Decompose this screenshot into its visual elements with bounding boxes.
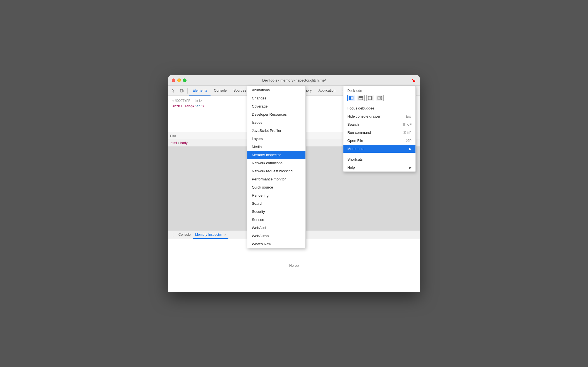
- menu-sensors[interactable]: Sensors: [247, 216, 305, 224]
- svg-rect-11: [378, 96, 382, 100]
- menu-issues[interactable]: Issues: [247, 118, 305, 127]
- close-button[interactable]: [172, 78, 175, 82]
- settings-more-tools[interactable]: More tools ▶: [343, 145, 415, 153]
- menu-network-conditions[interactable]: Network conditions: [247, 159, 305, 167]
- settings-run-command[interactable]: Run command ⌘⇧P: [343, 128, 415, 137]
- device-toggle-icon[interactable]: [178, 87, 186, 94]
- dock-side-options: [347, 95, 412, 101]
- help-chevron: ▶: [409, 166, 412, 170]
- svg-rect-6: [349, 96, 351, 100]
- more-tools-chevron: ▶: [409, 147, 412, 151]
- menu-network-request-blocking[interactable]: Network request blocking: [247, 167, 305, 175]
- menu-media[interactable]: Media: [247, 143, 305, 151]
- tab-sources[interactable]: Sources: [230, 86, 250, 96]
- tab-console-bottom[interactable]: Console: [176, 231, 193, 239]
- more-tools-menu: Animations Changes Coverage Developer Re…: [247, 86, 306, 248]
- menu-changes[interactable]: Changes: [247, 94, 305, 102]
- menu-security[interactable]: Security: [247, 208, 305, 216]
- svg-rect-8: [359, 96, 363, 98]
- menu-rendering[interactable]: Rendering: [247, 191, 305, 199]
- settings-shortcuts[interactable]: Shortcuts: [343, 155, 415, 163]
- dock-left-icon[interactable]: [347, 95, 355, 101]
- dock-side-section: Dock side: [343, 86, 415, 104]
- dock-top-icon[interactable]: [357, 95, 365, 101]
- tab-console[interactable]: Console: [211, 86, 230, 96]
- menu-quick-source[interactable]: Quick source: [247, 183, 305, 191]
- tab-application[interactable]: Application: [315, 86, 339, 96]
- devtools-window: DevTools - memory-inspector.glitch.me/ ↘…: [168, 75, 420, 292]
- settings-focus-debuggee[interactable]: Focus debuggee: [343, 104, 415, 112]
- menu-whats-new[interactable]: What's New: [247, 240, 305, 248]
- dock-right-icon[interactable]: [366, 95, 374, 101]
- window-title: DevTools - memory-inspector.glitch.me/: [262, 78, 326, 82]
- svg-rect-10: [371, 96, 372, 100]
- toolbar-divider: [187, 88, 188, 94]
- tab-memory-inspector-bottom[interactable]: Memory Inspector ×: [193, 231, 228, 239]
- undock-icon[interactable]: [376, 95, 384, 101]
- menu-webauthn[interactable]: WebAuthn: [247, 232, 305, 240]
- menu-webaudio[interactable]: WebAudio: [247, 224, 305, 232]
- menu-animations[interactable]: Animations: [247, 86, 305, 94]
- traffic-lights: [172, 78, 187, 82]
- code-html-tag: <html: [172, 104, 184, 108]
- settings-hide-console-drawer[interactable]: Hide console drawer Esc: [343, 112, 415, 120]
- menu-coverage[interactable]: Coverage: [247, 102, 305, 110]
- breadcrumb-body[interactable]: body: [180, 141, 188, 145]
- tab-elements[interactable]: Elements: [189, 86, 211, 96]
- settings-open-file[interactable]: Open File ⌘P: [343, 137, 415, 145]
- menu-memory-inspector[interactable]: Memory Inspector: [247, 151, 305, 159]
- titlebar: DevTools - memory-inspector.glitch.me/ ↘: [168, 75, 420, 86]
- settings-help[interactable]: Help ▶: [343, 163, 415, 171]
- inspect-icon[interactable]: [170, 87, 177, 94]
- svg-rect-0: [180, 89, 183, 92]
- red-arrow-icon: ↘: [411, 77, 416, 84]
- breadcrumb-html[interactable]: html: [171, 141, 177, 145]
- menu-search[interactable]: Search: [247, 199, 305, 208]
- menu-layers[interactable]: Layers: [247, 135, 305, 143]
- svg-rect-1: [183, 90, 184, 92]
- minimize-button[interactable]: [177, 78, 181, 82]
- settings-search[interactable]: Search ⌘⌥F: [343, 120, 415, 128]
- code-doctype: <!DOCTYPE html>: [172, 99, 202, 103]
- memory-inspector-close[interactable]: ×: [224, 233, 226, 236]
- menu-javascript-profiler[interactable]: JavaScript Profiler: [247, 127, 305, 135]
- tabs-handle[interactable]: ⋮: [170, 231, 176, 239]
- dock-side-label: Dock side: [347, 89, 412, 93]
- menu-developer-resources[interactable]: Developer Resources: [247, 110, 305, 118]
- settings-divider: [343, 154, 415, 154]
- menu-performance-monitor[interactable]: Performance monitor: [247, 175, 305, 183]
- maximize-button[interactable]: [183, 78, 187, 82]
- settings-panel: Dock side: [343, 86, 416, 172]
